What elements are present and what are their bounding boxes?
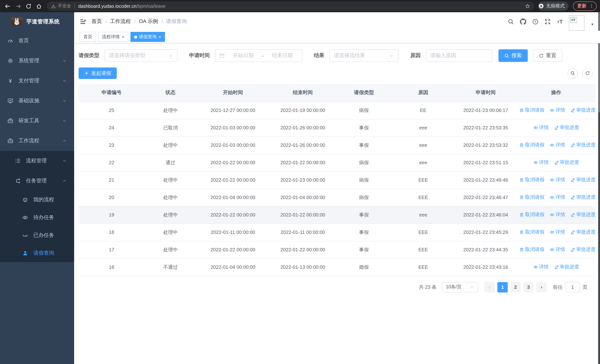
user-avatar[interactable] <box>569 15 584 31</box>
sidebar-item-system-management[interactable]: 系统管理 <box>0 51 74 71</box>
page-button-1[interactable]: 1 <box>497 282 508 292</box>
action-cancel-leave[interactable]: 取消请假 <box>519 107 544 114</box>
sidebar-item-process-management[interactable]: 流程管理 <box>0 151 74 171</box>
sidebar-item-leave-query[interactable]: 请假查询 <box>0 244 74 262</box>
goto-page-input[interactable]: 1 <box>565 282 580 292</box>
sidebar-item-workflow[interactable]: 工作流程 <box>0 131 74 151</box>
flow-tree-icon <box>15 178 21 184</box>
avatar-caret-down-icon[interactable] <box>590 22 594 26</box>
search-button[interactable]: 搜索 <box>498 49 528 62</box>
browser-forward-button[interactable] <box>14 2 23 10</box>
reset-button[interactable]: 重置 <box>533 49 562 62</box>
page-button-2[interactable]: 2 <box>510 282 521 292</box>
next-page-button[interactable]: › <box>536 282 547 292</box>
sidebar-item-done-tasks[interactable]: 已办任务 <box>0 226 74 244</box>
action-detail[interactable]: 详情 <box>550 107 565 114</box>
tab-home[interactable]: 首页 <box>80 32 96 42</box>
action-detail[interactable]: 详情 <box>550 212 565 218</box>
breadcrumb-item[interactable]: 工作流程 <box>110 18 131 25</box>
tab-close-icon[interactable]: × <box>159 34 161 40</box>
action-detail[interactable]: 详情 <box>550 142 565 149</box>
page-button-3[interactable]: 3 <box>523 282 534 292</box>
action-approval-progress[interactable]: 审批进度 <box>570 142 596 149</box>
scrollbar-thumb[interactable] <box>598 12 600 112</box>
action-detail[interactable]: 详情 <box>533 264 549 271</box>
edit-icon <box>570 108 575 113</box>
chevron-down-icon <box>389 53 394 58</box>
action-detail[interactable]: 详情 <box>550 194 565 201</box>
font-size-icon: TT <box>557 18 563 25</box>
bookmark-star-icon[interactable] <box>525 4 530 9</box>
result-select[interactable]: 请选择流结果 <box>329 49 398 62</box>
action-approval-progress[interactable]: 审批进度 <box>554 264 579 271</box>
action-detail[interactable]: 详情 <box>533 124 549 131</box>
action-approval-progress[interactable]: 审批进度 <box>570 246 596 253</box>
page-size-select[interactable]: 10条/页 <box>442 282 478 292</box>
cell-end: 2022-01-22 00:00:00 <box>269 206 336 224</box>
action-approval-progress[interactable]: 审批进度 <box>554 159 579 166</box>
browser-update-button[interactable]: 更新 <box>573 1 597 11</box>
create-leave-button[interactable]: 发起请假 <box>79 67 117 79</box>
plus-icon <box>84 71 89 76</box>
cell-end: 2022-01-22 00:00:00 <box>269 154 336 171</box>
tab-close-icon[interactable]: × <box>122 34 124 40</box>
chevron-down-icon <box>389 53 394 58</box>
eye-open-icon <box>22 215 28 221</box>
security-status[interactable]: 不安全 <box>51 3 71 9</box>
action-approval-progress[interactable]: 审批进度 <box>554 124 579 131</box>
top-navbar: 首页/工作流程/OA 示例/请假查询 ? TT <box>74 12 600 31</box>
tab-process-detail[interactable]: 流程详情× <box>98 32 128 42</box>
reason-input[interactable]: 请输入原因 <box>426 49 492 62</box>
action-approval-progress[interactable]: 审批进度 <box>570 107 596 114</box>
sidebar-item-infrastructure[interactable]: 基础设施 <box>0 91 74 111</box>
fullscreen-button[interactable] <box>544 18 551 25</box>
cell-start: 2022-01-22 00:00:00 <box>197 241 269 258</box>
action-approval-progress[interactable]: 审批进度 <box>570 177 596 183</box>
help-button[interactable]: ? <box>532 18 538 25</box>
breadcrumb-item[interactable]: 首页 <box>92 18 102 25</box>
sidebar-item-home[interactable]: 首页 <box>0 31 74 51</box>
app-logo[interactable]: 芋道管理系统 <box>0 12 74 31</box>
browser-back-button[interactable] <box>3 2 12 10</box>
address-bar[interactable]: 不安全 dashboard.yudao.iocoder.cn/bpm/oa/le… <box>47 1 534 11</box>
action-detail[interactable]: 详情 <box>550 177 565 183</box>
cell-status: 处理中 <box>145 206 197 224</box>
action-cancel-leave[interactable]: 取消请假 <box>519 246 544 253</box>
breadcrumb-item[interactable]: OA 示例 <box>139 18 158 25</box>
action-approval-progress[interactable]: 审批进度 <box>570 194 596 201</box>
refresh-table-button[interactable] <box>582 68 593 78</box>
action-label: 详情 <box>555 177 565 183</box>
toggle-search-button[interactable] <box>567 68 578 78</box>
app-title: 芋道管理系统 <box>26 18 60 25</box>
page-scrollbar[interactable] <box>598 12 600 364</box>
header-search-button[interactable] <box>508 18 514 25</box>
action-cancel-leave[interactable]: 取消请假 <box>519 142 544 149</box>
action-label: 审批进度 <box>576 107 596 114</box>
action-detail[interactable]: 详情 <box>550 246 565 253</box>
gear-icon <box>7 58 13 64</box>
action-cancel-leave[interactable]: 取消请假 <box>519 212 544 218</box>
sidebar-item-my-process[interactable]: 我的流程 <box>0 191 74 209</box>
leave-type-select[interactable]: 请选择请假类型 <box>104 49 178 62</box>
github-link[interactable] <box>520 18 526 25</box>
tab-leave-query[interactable]: 请假查询× <box>130 32 165 42</box>
apply-time-range-picker[interactable]: 开始日期 - 结束日期 <box>215 49 302 62</box>
sidebar-fold-toggle[interactable] <box>80 18 86 25</box>
font-size-button[interactable]: TT <box>557 18 563 25</box>
action-cancel-leave[interactable]: 取消请假 <box>519 229 544 235</box>
action-approval-progress[interactable]: 审批进度 <box>570 229 596 235</box>
tags-view: 首页流程详情×请假查询× <box>74 31 600 43</box>
browser-reload-button[interactable] <box>24 2 33 10</box>
table-mini-tools <box>567 68 596 78</box>
sidebar-item-payment-management[interactable]: ¥支付管理 <box>0 71 74 91</box>
action-cancel-leave[interactable]: 取消请假 <box>519 194 544 201</box>
action-detail[interactable]: 详情 <box>550 229 565 235</box>
browser-home-button[interactable] <box>35 2 43 10</box>
sidebar-item-task-management[interactable]: 任务管理 <box>0 171 74 191</box>
action-detail[interactable]: 详情 <box>533 159 549 166</box>
prev-page-button[interactable]: ‹ <box>484 282 495 292</box>
action-approval-progress[interactable]: 审批进度 <box>570 212 596 218</box>
action-cancel-leave[interactable]: 取消请假 <box>519 177 544 183</box>
sidebar-item-todo-tasks[interactable]: 待办任务 <box>0 209 74 226</box>
sidebar-item-dev-tools[interactable]: 研发工具 <box>0 111 74 131</box>
